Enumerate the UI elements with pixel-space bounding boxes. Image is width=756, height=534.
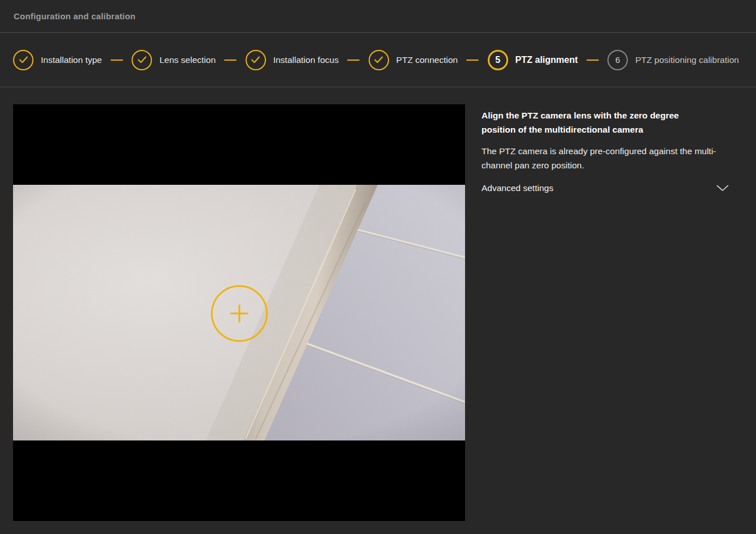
step-label: Installation focus	[273, 55, 339, 65]
page-header: Configuration and calibration	[0, 0, 756, 33]
instruction-heading: Align the PTZ camera lens with the zero …	[482, 108, 715, 137]
chevron-down-icon	[716, 185, 729, 192]
step-connector	[347, 60, 360, 61]
ptz-target-circle	[211, 285, 268, 342]
instruction-panel: Align the PTZ camera lens with the zero …	[482, 104, 731, 196]
advanced-settings-label: Advanced settings	[482, 183, 554, 193]
step-label: Installation type	[41, 55, 102, 65]
step-label: Lens selection	[159, 55, 216, 65]
instruction-body: The PTZ camera is already pre-configured…	[482, 144, 723, 172]
step-connector	[111, 60, 123, 61]
step-label: PTZ positioning calibration	[635, 55, 739, 65]
check-icon	[13, 50, 33, 70]
step-ptz-alignment[interactable]: 5PTZ alignment	[488, 50, 578, 70]
wizard-stepper: Installation typeLens selectionInstallat…	[0, 33, 756, 87]
step-installation-type[interactable]: Installation type	[13, 50, 102, 70]
check-icon	[369, 50, 389, 70]
crosshair-icon	[239, 305, 240, 323]
step-ptz-positioning-calibration: 6PTZ positioning calibration	[607, 50, 739, 70]
step-lens-selection[interactable]: Lens selection	[132, 50, 216, 70]
step-number: 6	[607, 50, 628, 70]
step-label: PTZ alignment	[516, 55, 578, 65]
step-label: PTZ connection	[396, 55, 458, 65]
step-connector	[466, 60, 479, 61]
check-icon	[132, 50, 152, 70]
camera-live-view[interactable]	[13, 104, 465, 521]
check-icon	[246, 50, 266, 70]
page-title: Configuration and calibration	[14, 11, 136, 21]
step-number: 5	[488, 50, 508, 70]
advanced-settings-toggle[interactable]: Advanced settings	[482, 180, 731, 196]
step-ptz-connection[interactable]: PTZ connection	[369, 50, 458, 70]
step-installation-focus[interactable]: Installation focus	[246, 50, 339, 70]
step-connector	[224, 60, 236, 61]
step-connector	[586, 60, 599, 61]
